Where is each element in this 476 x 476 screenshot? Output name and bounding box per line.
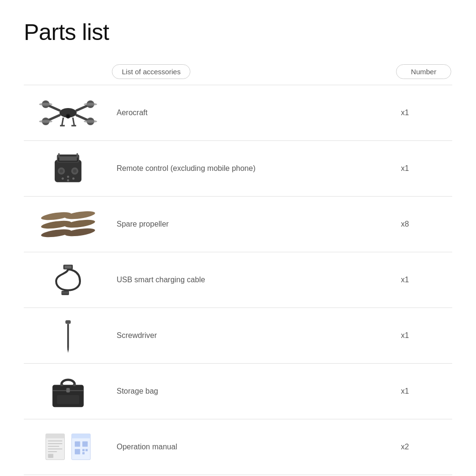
svg-point-38 xyxy=(64,227,95,238)
page: Parts list List of accessories Number xyxy=(0,0,476,476)
svg-point-9 xyxy=(39,103,52,106)
item-image-cell xyxy=(24,141,112,197)
svg-rect-48 xyxy=(57,395,79,404)
svg-rect-61 xyxy=(75,441,80,446)
screwdriver-icon xyxy=(29,317,107,355)
svg-point-10 xyxy=(84,103,97,106)
svg-rect-66 xyxy=(82,452,85,454)
table-row: Aerocraft x1 xyxy=(24,85,452,141)
item-image-cell xyxy=(24,308,112,364)
page-title: Parts list xyxy=(24,19,452,45)
svg-rect-49 xyxy=(60,384,63,386)
table-row: Operation manual x2 xyxy=(24,419,452,475)
svg-rect-42 xyxy=(65,320,70,324)
table-row: Remote control (excluding mobile phone) … xyxy=(24,141,452,197)
item-image-cell xyxy=(24,419,112,475)
header-number: Number xyxy=(395,64,452,79)
item-name: Screwdriver xyxy=(112,308,357,364)
item-quantity: x1 xyxy=(357,141,452,197)
svg-rect-22 xyxy=(59,156,77,160)
svg-point-26 xyxy=(73,169,77,173)
parts-list-container: List of accessories Number xyxy=(24,64,452,475)
svg-point-27 xyxy=(61,177,64,179)
svg-point-14 xyxy=(67,115,69,118)
table-row: Storage bag x1 xyxy=(24,364,452,419)
svg-point-30 xyxy=(67,179,69,181)
svg-line-16 xyxy=(73,118,74,126)
svg-point-12 xyxy=(84,120,97,123)
item-quantity: x2 xyxy=(357,419,452,475)
item-name: Operation manual xyxy=(112,419,357,475)
item-name: Spare propeller xyxy=(112,197,357,252)
svg-rect-50 xyxy=(73,384,76,386)
item-image-cell xyxy=(24,85,112,141)
svg-point-34 xyxy=(64,209,95,220)
item-quantity: x1 xyxy=(357,85,452,141)
item-quantity: x8 xyxy=(357,197,452,252)
svg-rect-40 xyxy=(65,266,71,268)
item-name: Storage bag xyxy=(112,364,357,419)
svg-point-11 xyxy=(39,120,52,123)
item-name: Remote control (excluding mobile phone) xyxy=(112,141,357,197)
svg-point-36 xyxy=(64,218,95,229)
svg-line-15 xyxy=(62,118,63,126)
svg-rect-47 xyxy=(66,388,70,392)
remote-icon xyxy=(29,149,107,188)
svg-rect-60 xyxy=(71,434,90,438)
item-quantity: x1 xyxy=(357,364,452,419)
item-quantity: x1 xyxy=(357,252,452,308)
number-label: Number xyxy=(396,64,451,79)
item-name: Aerocraft xyxy=(112,85,357,141)
svg-rect-63 xyxy=(75,449,80,454)
item-name: USB smart charging cable xyxy=(112,252,357,308)
drone-icon xyxy=(29,94,107,132)
svg-point-25 xyxy=(60,169,63,173)
table-header: List of accessories Number xyxy=(24,64,452,85)
item-image-cell xyxy=(24,364,112,419)
propeller-icon xyxy=(29,205,107,243)
svg-point-28 xyxy=(67,176,69,178)
svg-rect-58 xyxy=(48,454,53,457)
svg-marker-44 xyxy=(67,348,69,352)
item-quantity: x1 xyxy=(357,308,452,364)
svg-rect-64 xyxy=(82,449,85,451)
svg-rect-43 xyxy=(67,324,69,348)
header-accessories: List of accessories xyxy=(112,64,395,79)
svg-rect-65 xyxy=(85,449,88,451)
svg-rect-62 xyxy=(82,441,88,446)
usb-cable-icon xyxy=(29,261,107,299)
bag-icon xyxy=(29,372,107,410)
svg-rect-31 xyxy=(58,153,60,157)
manual-icon xyxy=(29,428,107,466)
accessories-label: List of accessories xyxy=(112,64,190,79)
item-image-cell xyxy=(24,197,112,252)
parts-table: Aerocraft x1 xyxy=(24,85,452,475)
svg-point-29 xyxy=(72,177,74,179)
item-image-cell xyxy=(24,252,112,308)
svg-rect-32 xyxy=(76,153,78,157)
table-row: USB smart charging cable x1 xyxy=(24,252,452,308)
svg-rect-52 xyxy=(46,434,64,438)
table-row: Screwdriver x1 xyxy=(24,308,452,364)
table-row: Spare propeller x8 xyxy=(24,197,452,252)
